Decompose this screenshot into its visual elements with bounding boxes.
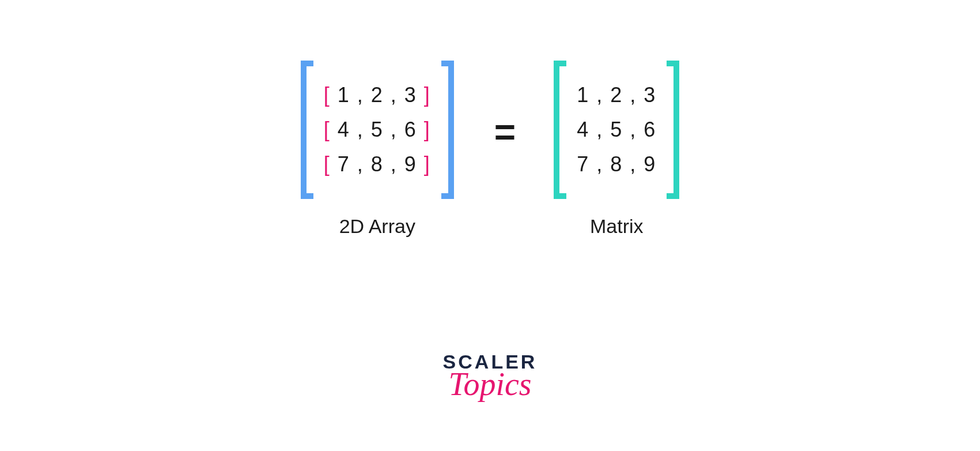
- equals-sign: =: [494, 111, 513, 153]
- inner-bracket-open-icon: [: [324, 83, 331, 107]
- diagram-container: [ 1 , 2 , 3 ] [ 4 , 5 , 6 ] [ 7 , 8 , 9 …: [0, 0, 980, 238]
- matrix-row: 4 , 5 , 6: [577, 118, 656, 142]
- array2d-group: [ 1 , 2 , 3 ] [ 4 , 5 , 6 ] [ 7 , 8 , 9 …: [301, 61, 454, 238]
- array2d-label: 2D Array: [339, 215, 415, 238]
- brand-logo: SCALER Topics: [443, 352, 538, 400]
- outer-bracket-right-icon: [667, 61, 679, 199]
- array2d-box: [ 1 , 2 , 3 ] [ 4 , 5 , 6 ] [ 7 , 8 , 9 …: [301, 61, 454, 199]
- inner-bracket-close-icon: ]: [424, 118, 431, 141]
- array2d-row: [ 1 , 2 , 3 ]: [324, 83, 431, 107]
- inner-bracket-open-icon: [: [324, 152, 331, 176]
- matrix-row: 7 , 8 , 9: [577, 152, 656, 176]
- inner-bracket-close-icon: ]: [424, 152, 431, 176]
- matrix-group: 1 , 2 , 3 4 , 5 , 6 7 , 8 , 9 Matrix: [554, 61, 679, 238]
- outer-bracket-left-icon: [554, 61, 566, 199]
- array2d-row: [ 4 , 5 , 6 ]: [324, 118, 431, 142]
- row-values: 4 , 5 , 6: [331, 118, 424, 141]
- outer-bracket-right-icon: [441, 61, 454, 199]
- array2d-row: [ 7 , 8 , 9 ]: [324, 152, 431, 176]
- array2d-rows: [ 1 , 2 , 3 ] [ 4 , 5 , 6 ] [ 7 , 8 , 9 …: [313, 61, 441, 199]
- logo-sub-text: Topics: [443, 368, 538, 400]
- inner-bracket-open-icon: [: [324, 118, 331, 141]
- matrix-row: 1 , 2 , 3: [577, 83, 656, 107]
- matrix-label: Matrix: [590, 215, 644, 238]
- outer-bracket-left-icon: [301, 61, 313, 199]
- inner-bracket-close-icon: ]: [424, 83, 431, 107]
- matrix-box: 1 , 2 , 3 4 , 5 , 6 7 , 8 , 9: [554, 61, 679, 199]
- matrix-rows: 1 , 2 , 3 4 , 5 , 6 7 , 8 , 9: [566, 61, 667, 199]
- row-values: 7 , 8 , 9: [331, 152, 424, 176]
- row-values: 1 , 2 , 3: [331, 83, 424, 107]
